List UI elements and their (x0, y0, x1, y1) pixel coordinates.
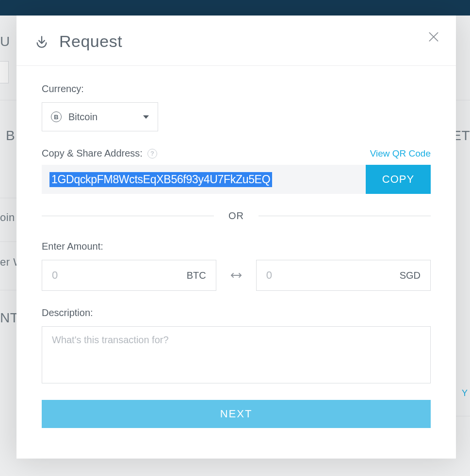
swap-icon (230, 271, 243, 280)
help-icon[interactable]: ? (147, 149, 157, 159)
receive-icon (35, 35, 49, 48)
description-field[interactable] (42, 326, 431, 383)
chevron-down-icon (143, 115, 149, 119)
btc-unit: BTC (187, 270, 206, 281)
currency-label: Currency: (42, 83, 431, 95)
next-button[interactable]: NEXT (42, 400, 431, 428)
or-label: OR (228, 210, 244, 222)
description-label: Description: (42, 307, 431, 318)
request-modal: Request Currency: B Bitcoin Copy & Share… (16, 16, 456, 459)
address-value: 1GDqckpFM8WctsEqXB56f93y4U7FkZu5EQ (49, 172, 272, 187)
or-divider: OR (42, 210, 431, 222)
divider-line (42, 216, 214, 216)
bitcoin-icon: B (51, 111, 62, 122)
fiat-unit: SGD (400, 270, 421, 281)
amount-row: BTC SGD (42, 260, 431, 291)
modal-header: Request (16, 16, 456, 66)
address-label: Copy & Share Address: (42, 148, 143, 159)
copy-button[interactable]: COPY (366, 165, 431, 194)
amount-label: Enter Amount: (42, 241, 431, 252)
amount-btc-input[interactable] (52, 269, 187, 282)
divider-line (259, 216, 431, 216)
amount-btc-field[interactable]: BTC (42, 260, 216, 291)
amount-fiat-field[interactable]: SGD (256, 260, 431, 291)
view-qr-link[interactable]: View QR Code (370, 148, 431, 159)
currency-value: Bitcoin (68, 111, 136, 123)
address-display[interactable]: 1GDqckpFM8WctsEqXB56f93y4U7FkZu5EQ (42, 165, 366, 194)
currency-select[interactable]: B Bitcoin (42, 102, 158, 131)
modal-body: Currency: B Bitcoin Copy & Share Address… (16, 66, 456, 447)
topbar (0, 0, 470, 16)
description-input[interactable] (52, 334, 421, 375)
close-button[interactable] (426, 29, 441, 45)
amount-fiat-input[interactable] (266, 269, 400, 282)
address-row: 1GDqckpFM8WctsEqXB56f93y4U7FkZu5EQ COPY (42, 165, 431, 194)
close-icon (427, 31, 440, 43)
modal-title: Request (59, 32, 122, 51)
address-label-row: Copy & Share Address: ? View QR Code (42, 148, 431, 159)
address-label-group: Copy & Share Address: ? (42, 148, 157, 159)
